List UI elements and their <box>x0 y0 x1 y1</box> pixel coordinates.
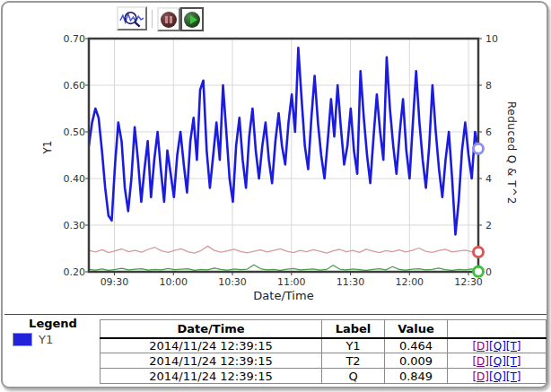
cell-value: 0.009 <box>385 353 448 369</box>
x-tick-label: 09:30 <box>87 276 141 288</box>
link-d[interactable]: [D] <box>472 355 489 368</box>
column-header-value: Value <box>385 320 448 338</box>
legend-items: Y1 <box>3 333 98 346</box>
legend-title: Legend <box>3 317 98 330</box>
panel-divider <box>4 314 548 315</box>
series-line-y1 <box>89 48 478 234</box>
legend-item[interactable]: Y1 <box>13 333 98 346</box>
series-line-q <box>89 246 478 253</box>
play-button[interactable] <box>180 7 204 31</box>
x-tick-label: 10:30 <box>206 276 259 288</box>
table-header-row: Date/TimeLabelValue <box>101 320 547 338</box>
last-value-marker-t2 <box>474 266 484 276</box>
legend-swatch <box>13 333 32 346</box>
link-d[interactable]: [D] <box>472 370 489 383</box>
link-d[interactable]: [D] <box>472 340 489 353</box>
x-tick-label: 11:30 <box>324 276 378 288</box>
pause-icon <box>161 12 177 28</box>
y-left-tick-label: 0.20 <box>53 266 85 278</box>
y-right-tick-label: 8 <box>485 80 509 91</box>
x-tick-label: 12:00 <box>382 276 436 288</box>
x-tick-label: 12:30 <box>442 276 495 288</box>
y-left-tick-label: 0.50 <box>53 126 85 138</box>
column-header-label: Label <box>322 320 385 338</box>
cell-datetime: 2014/11/24 12:39:15 <box>101 369 322 384</box>
toolbar <box>3 3 547 35</box>
series-line-t2 <box>89 265 478 272</box>
cell-label: T2 <box>322 353 385 369</box>
y-left-tick-label: 0.60 <box>53 80 85 91</box>
plot-area[interactable] <box>89 39 478 272</box>
y-left-axis-title: Y1 <box>41 129 54 165</box>
y-right-tick-label: 2 <box>485 220 509 231</box>
y-right-axis-title: Reduced Q & T^2 <box>505 101 518 205</box>
link-t[interactable]: [T] <box>506 355 521 368</box>
cell-value: 0.464 <box>385 338 448 353</box>
cell-links: [D][Q][T] <box>448 353 547 369</box>
data-table: Date/TimeLabelValue 2014/11/24 12:39:15Y… <box>100 319 547 384</box>
link-q[interactable]: [Q] <box>489 355 506 368</box>
y-right-tick-label: 10 <box>485 33 509 45</box>
legend-item-label: Y1 <box>39 333 53 346</box>
table-body: 2014/11/24 12:39:15Y10.464[D][Q][T]2014/… <box>101 338 547 384</box>
toolbar-separator <box>152 10 153 28</box>
y-left-tick-label: 0.70 <box>53 33 85 45</box>
x-axis-title: Date/Time <box>89 289 478 302</box>
y-left-tick-label: 0.30 <box>53 220 85 231</box>
last-value-marker-q <box>474 247 484 257</box>
waveform-zoom-icon <box>119 9 144 29</box>
pause-button[interactable] <box>157 7 180 31</box>
cell-links: [D][Q][T] <box>448 338 547 353</box>
table-row: 2014/11/24 12:39:15Y10.464[D][Q][T] <box>101 338 547 353</box>
cell-label: Y1 <box>322 338 385 353</box>
last-value-marker-y1 <box>474 144 484 153</box>
column-header-date-time: Date/Time <box>101 320 322 338</box>
cell-label: Q <box>322 369 385 384</box>
cell-datetime: 2014/11/24 12:39:15 <box>101 338 322 353</box>
link-t[interactable]: [T] <box>506 340 521 353</box>
column-header-links <box>448 320 547 338</box>
link-q[interactable]: [Q] <box>489 340 506 353</box>
link-q[interactable]: [Q] <box>489 370 506 383</box>
cell-value: 0.849 <box>385 369 448 384</box>
x-tick-label: 11:00 <box>265 276 319 288</box>
table-row: 2014/11/24 12:39:15Q0.849[D][Q][T] <box>101 369 547 384</box>
x-tick-label: 10:00 <box>146 276 200 288</box>
legend-panel: Legend Y1 <box>3 317 98 346</box>
play-icon <box>184 12 200 28</box>
y-left-tick-label: 0.40 <box>53 173 85 185</box>
link-t[interactable]: [T] <box>506 370 521 383</box>
waveform-zoom-button[interactable] <box>117 6 147 30</box>
app-window: 0.200.300.400.500.600.70024681009:3010:0… <box>1 1 548 388</box>
cell-links: [D][Q][T] <box>448 369 547 384</box>
table-row: 2014/11/24 12:39:15T20.009[D][Q][T] <box>101 353 547 369</box>
cell-datetime: 2014/11/24 12:39:15 <box>101 353 322 369</box>
